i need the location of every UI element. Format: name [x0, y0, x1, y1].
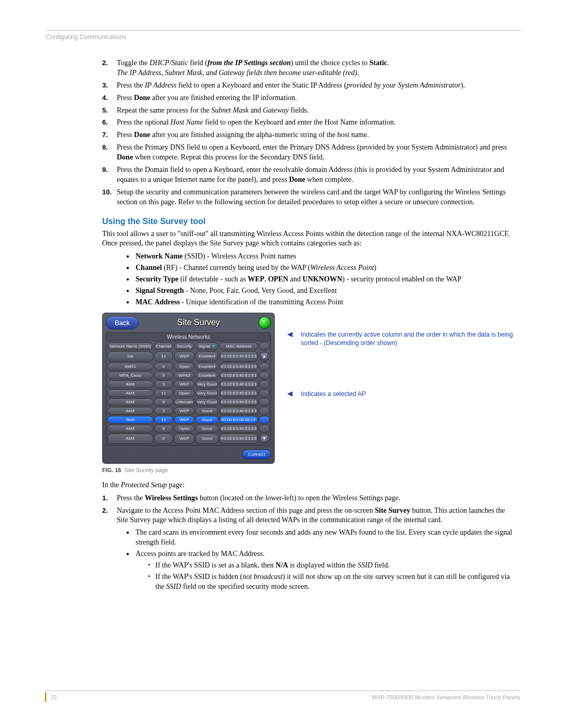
list-item: 1.Press the Wireless Settings button (lo…	[102, 493, 516, 503]
doc-title: MVP-7500/8400 Modero Viewpoint Wireless …	[372, 693, 520, 702]
list-item: 7.Press Done after you are finished assi…	[102, 130, 516, 140]
column-header[interactable]: Security	[174, 342, 194, 350]
list-item: Channel (RF) - Channel currently being u…	[126, 263, 516, 273]
table-row[interactable]: n/a 11 WEP Excellent E3:02:E3:40:E3:E3 ▲	[107, 351, 270, 362]
section-title: Using the Site Survey tool	[102, 217, 516, 226]
list-item: Security Type (if detectable - such as W…	[126, 275, 516, 285]
wireless-networks-table: Network Name (SSID)ChannelSecuritySignal…	[106, 341, 271, 445]
arrow-left-icon	[287, 332, 292, 337]
table-row[interactable]: AMX 8 Unknown Very Good E3:02:E3:40:E3:E…	[107, 398, 270, 406]
list-item: 3.Press the IP Address field to open a K…	[102, 81, 516, 91]
section-intro: This tool allows a user to "sniff-out" a…	[102, 229, 516, 249]
scroll-up-icon[interactable]: ▲	[261, 353, 268, 360]
list-item: 9.Press the Domain field to open a Keybo…	[102, 165, 516, 185]
callout-selected: Indicates a selected AP	[301, 390, 366, 398]
callout-sort: Indicates the currently active column an…	[301, 330, 516, 347]
list-item: Network Name (SSID) - Wireless Access Po…	[126, 252, 516, 262]
back-button[interactable]: Back	[106, 316, 139, 329]
bullets-b: Network Name (SSID) - Wireless Access Po…	[102, 252, 516, 307]
table-row[interactable]: AMX 11 Open Very Good E3:02:E3:40:E3:E3	[107, 389, 270, 397]
table-row[interactable]: AMX 3 WEP Very Good E3:02:E3:40:E3:E3	[107, 380, 270, 388]
table-subheader: Wireless Networks	[106, 333, 271, 341]
list-item: 10.Setup the security and communication …	[102, 188, 516, 207]
list-item: Access points are tracked by MAC Address…	[126, 549, 516, 592]
figure-caption: FIG. 16 Site Survey page	[102, 467, 516, 473]
list-item: The card scans its environment every fou…	[126, 528, 516, 548]
table-row[interactable]: Tech 11 WEP Good 00:00:E3:00:00:CF	[107, 416, 270, 424]
ordered-steps-a: 2.Toggle the DHCP/Static field (from the…	[102, 58, 516, 207]
status-indicator-icon	[259, 316, 271, 329]
list-item: 8.Press the Primary DNS field to open a …	[102, 143, 516, 163]
list-item: MAC Address - Unique identification of t…	[126, 298, 516, 307]
list-item: If the WAP's SSID is hidden (not broadca…	[148, 572, 516, 592]
after-fig-para: In the Protected Setup page:	[102, 480, 516, 490]
panel-title: Site Survey	[139, 318, 259, 327]
list-item: If the WAP's SSID is set as a blank, the…	[148, 561, 516, 571]
column-header[interactable]: Network Name (SSID)	[107, 342, 153, 350]
list-item: 4.Press Done after you are finished ente…	[102, 93, 516, 103]
table-row[interactable]: WPA_Cisco 5 WPA2 Excellent E3:02:E3:40:E…	[107, 372, 270, 379]
list-item: 2.Toggle the DHCP/Static field (from the…	[102, 58, 516, 78]
ordered-steps-c: 1.Press the Wireless Settings button (lo…	[102, 493, 516, 526]
scroll-down-icon[interactable]: ▼	[261, 435, 268, 442]
column-header[interactable]: Channel	[154, 342, 173, 350]
table-row[interactable]: AMX1 4 Open Excellent E3:02:E3:40:E3:E3	[107, 363, 270, 371]
list-item: 6.Press the optional Host Name field to …	[102, 118, 516, 128]
connect-button[interactable]: Connect	[242, 450, 272, 459]
table-row[interactable]: AMX 8 Open Good E3:02:E3:40:E3:E3	[107, 425, 270, 433]
bullets-c: The card scans its environment every fou…	[102, 528, 516, 591]
figure-callouts: Indicates the currently active column an…	[275, 313, 516, 402]
table-row[interactable]: AMX 6 WEP Good E3:02:E3:40:E3:E3 ▼	[107, 434, 270, 444]
page-number: 22	[45, 693, 57, 702]
list-item: Signal Strength - None, Poor, Fair, Good…	[126, 286, 516, 296]
arrow-left-icon	[287, 391, 292, 397]
site-survey-panel: Back Site Survey Wireless Networks Netwo…	[102, 313, 275, 464]
header-breadcrumb: Configuring Communications	[46, 33, 521, 41]
column-header[interactable]: Signal▼	[195, 342, 218, 350]
list-item: 5.Repeat the same process for the Subnet…	[102, 106, 516, 116]
table-row[interactable]: AMX 3 WEP Good E3:02:E3:40:E3:E3	[107, 407, 270, 415]
list-item: 2.Navigate to the Access Point MAC Addre…	[102, 506, 516, 526]
column-header[interactable]: MAC Address	[219, 342, 258, 350]
